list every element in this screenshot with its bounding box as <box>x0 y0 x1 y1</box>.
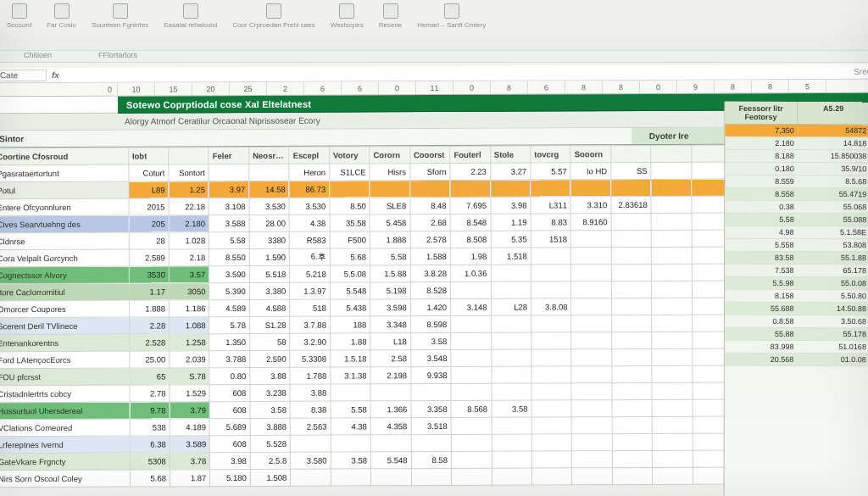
cell[interactable]: 3.88 <box>250 367 291 384</box>
cell[interactable]: 5.528 <box>250 435 291 452</box>
cell[interactable] <box>652 416 693 433</box>
find-icon[interactable] <box>383 3 398 19</box>
cell[interactable] <box>572 417 613 434</box>
cell[interactable] <box>209 164 249 181</box>
align-icon[interactable] <box>113 3 128 19</box>
cell[interactable]: 1.590 <box>249 248 290 265</box>
cell[interactable] <box>612 348 653 365</box>
cell[interactable] <box>611 247 652 264</box>
cell[interactable]: 1.888 <box>370 231 410 248</box>
cell[interactable]: 3.58 <box>250 401 291 418</box>
cell[interactable] <box>491 265 531 281</box>
cell[interactable]: 8.550 <box>209 248 250 265</box>
cell[interactable]: 25.00 <box>129 351 170 368</box>
cell[interactable] <box>491 281 531 298</box>
cell[interactable]: Coturt <box>128 164 169 181</box>
cell[interactable] <box>410 180 451 197</box>
cell[interactable]: 8.58 <box>411 451 452 468</box>
cell[interactable]: 3.788 <box>209 350 250 367</box>
cell[interactable] <box>531 434 572 451</box>
cell[interactable] <box>611 213 652 230</box>
cell[interactable]: 3.380 <box>249 282 290 299</box>
cell[interactable]: 3.7.88 <box>290 316 331 333</box>
cell[interactable]: SLE8 <box>370 198 410 215</box>
cell[interactable]: 4.358 <box>370 418 411 435</box>
cell[interactable]: 3.98 <box>210 452 251 469</box>
cell[interactable]: 8.48 <box>410 197 451 214</box>
cell[interactable]: 5.198 <box>370 282 411 299</box>
cell[interactable]: Io HD <box>570 163 611 180</box>
cell[interactable]: 3530 <box>129 266 170 283</box>
cell[interactable] <box>571 281 612 298</box>
cell[interactable]: L28 <box>491 298 531 315</box>
cell[interactable]: 4.38 <box>331 418 371 435</box>
cell[interactable]: 8.508 <box>450 231 491 248</box>
cell[interactable]: 3.358 <box>411 400 452 417</box>
cell[interactable]: 3.108 <box>209 198 249 215</box>
cell[interactable]: 3.148 <box>451 298 492 315</box>
cell[interactable]: 1.258 <box>170 334 210 351</box>
cell[interactable]: 3.589 <box>170 436 210 453</box>
cell[interactable]: 8.568 <box>451 400 492 417</box>
cell[interactable]: 5.68 <box>330 248 370 265</box>
cell[interactable]: 3.78 <box>170 453 210 470</box>
cell[interactable]: 3.1.38 <box>331 367 371 384</box>
cell[interactable]: 1.3.97 <box>290 282 331 299</box>
cell[interactable] <box>531 180 571 197</box>
cell[interactable] <box>652 433 693 450</box>
column-header[interactable]: 0 <box>453 81 491 94</box>
fx-icon[interactable]: fx <box>52 70 59 80</box>
cell[interactable] <box>331 435 371 452</box>
column-header[interactable]: 8 <box>715 80 752 92</box>
cell[interactable]: 3.58 <box>331 452 371 469</box>
column-header[interactable]: 20 <box>192 82 230 95</box>
col-head[interactable]: tovcrg <box>531 146 571 163</box>
cell[interactable] <box>571 265 612 281</box>
cell[interactable]: 1.420 <box>410 298 451 315</box>
cell[interactable]: 3.8.08 <box>531 298 571 315</box>
cell[interactable] <box>531 400 572 417</box>
cell[interactable]: 2015 <box>129 198 170 215</box>
cell[interactable]: 3.58 <box>492 400 532 417</box>
cell[interactable]: 5.5.08 <box>330 265 370 282</box>
cell[interactable] <box>571 366 612 383</box>
column-header[interactable]: 25 <box>230 82 267 95</box>
column-header[interactable]: 5 <box>789 80 826 92</box>
cell[interactable] <box>652 399 693 416</box>
cell[interactable]: 8.38 <box>290 401 331 418</box>
cell[interactable]: 2.528 <box>129 334 170 351</box>
cell[interactable]: 58 <box>250 333 291 350</box>
column-header[interactable]: 11 <box>416 81 453 94</box>
cell[interactable]: 2.83618 <box>611 196 652 213</box>
cell[interactable]: 1.87 <box>170 470 210 487</box>
cell[interactable] <box>451 468 492 485</box>
cell[interactable]: 4.189 <box>170 419 210 436</box>
cell[interactable]: 1.5.88 <box>370 265 411 282</box>
cell[interactable]: 5.3308 <box>290 350 331 367</box>
cell[interactable] <box>531 366 572 383</box>
cell[interactable]: 5.689 <box>210 418 251 435</box>
cell[interactable]: 7.695 <box>450 197 491 214</box>
cell[interactable]: 3.58 <box>410 332 451 349</box>
cell[interactable] <box>531 265 571 281</box>
column-header[interactable]: 8 <box>491 81 528 94</box>
cell[interactable]: 14.58 <box>249 181 290 198</box>
column-header[interactable]: 8 <box>565 81 603 93</box>
cell[interactable] <box>450 180 491 197</box>
cell[interactable]: Sforn <box>409 163 450 180</box>
cell[interactable]: 1.350 <box>209 333 250 350</box>
number-icon[interactable] <box>266 3 281 19</box>
cell[interactable]: 2.68 <box>410 214 451 231</box>
cell[interactable]: 5.548 <box>330 282 370 299</box>
cell[interactable] <box>451 417 492 434</box>
cell[interactable]: 8.50 <box>330 198 370 215</box>
cell[interactable] <box>330 181 370 198</box>
col-head[interactable]: Cororn <box>370 147 410 164</box>
fill-icon[interactable] <box>54 3 70 19</box>
cell[interactable]: 3.548 <box>410 349 451 366</box>
cell[interactable]: 8.598 <box>410 315 451 332</box>
col-head[interactable]: Votory <box>330 147 370 164</box>
cell[interactable]: 2.198 <box>370 367 411 384</box>
ribbon-group[interactable]: Easatal rehalcolol <box>164 3 217 29</box>
cell[interactable]: 5.458 <box>370 215 410 231</box>
